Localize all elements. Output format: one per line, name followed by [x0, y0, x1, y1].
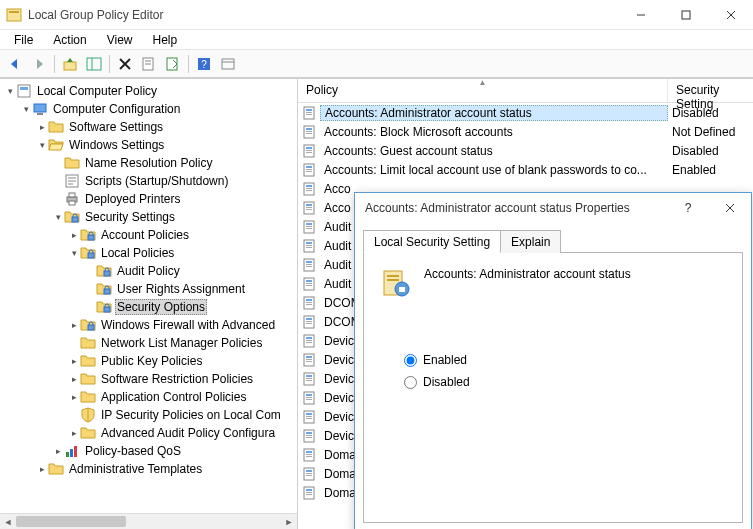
tree-advanced-audit[interactable]: ▸Advanced Audit Policy Configura — [0, 424, 297, 442]
svg-rect-38 — [306, 109, 312, 111]
list-row[interactable]: Accounts: Administrator account statusDi… — [298, 103, 753, 122]
export-button[interactable] — [162, 53, 184, 75]
tree-user-rights[interactable]: ▸User Rights Assignment — [0, 280, 297, 298]
tree-security-settings[interactable]: ▾Security Settings — [0, 208, 297, 226]
tab-explain[interactable]: Explain — [500, 230, 561, 253]
expand-caret-icon[interactable]: ▸ — [68, 230, 80, 240]
expand-caret-icon[interactable]: ▾ — [68, 248, 80, 258]
delete-button[interactable] — [114, 53, 136, 75]
expand-caret-icon[interactable]: ▾ — [36, 140, 48, 150]
tree-account-policies[interactable]: ▸Account Policies — [0, 226, 297, 244]
cell-setting: Enabled — [668, 163, 753, 177]
expand-caret-icon[interactable]: ▾ — [52, 212, 64, 222]
svg-rect-7 — [87, 58, 101, 70]
menu-file[interactable]: File — [4, 31, 43, 49]
menu-action[interactable]: Action — [43, 31, 96, 49]
dialog-tabs: Local Security Setting Explain — [363, 229, 743, 253]
svg-rect-74 — [306, 280, 312, 282]
radio-disabled[interactable]: Disabled — [404, 371, 726, 393]
folder-icon — [64, 173, 80, 189]
tree-computer-configuration[interactable]: ▾Computer Configuration — [0, 100, 297, 118]
policy-item-icon — [302, 124, 318, 140]
svg-rect-14 — [167, 58, 177, 70]
folder-icon — [80, 407, 96, 423]
dialog-close-button[interactable] — [709, 193, 751, 223]
menu-help[interactable]: Help — [143, 31, 188, 49]
list-row[interactable]: Accounts: Block Microsoft accountsNot De… — [298, 122, 753, 141]
policy-item-icon — [302, 162, 318, 178]
radio-disabled-input[interactable] — [404, 376, 417, 389]
tree-scripts[interactable]: ▸Scripts (Startup/Shutdown) — [0, 172, 297, 190]
col-header-policy-label: Policy — [306, 83, 338, 97]
tree-ip-security[interactable]: ▸IP Security Policies on Local Com — [0, 406, 297, 424]
tree-policy-qos[interactable]: ▸Policy-based QoS — [0, 442, 297, 460]
tree-deployed-printers[interactable]: ▸Deployed Printers — [0, 190, 297, 208]
tree-network-list-manager[interactable]: ▸Network List Manager Policies — [0, 334, 297, 352]
show-hide-tree-button[interactable] — [83, 53, 105, 75]
policy-item-icon — [302, 371, 318, 387]
svg-rect-94 — [306, 375, 312, 377]
menu-view[interactable]: View — [97, 31, 143, 49]
svg-rect-56 — [306, 190, 312, 191]
minimize-button[interactable] — [618, 0, 663, 30]
window-title: Local Group Policy Editor — [28, 8, 163, 22]
sort-indicator-icon: ▲ — [479, 79, 487, 87]
tree-ip-security-label: IP Security Policies on Local Com — [99, 408, 283, 422]
tree-local-policies[interactable]: ▾Local Policies — [0, 244, 297, 262]
expand-caret-icon[interactable]: ▸ — [36, 464, 48, 474]
svg-rect-67 — [306, 245, 312, 246]
svg-rect-40 — [306, 114, 312, 115]
up-button[interactable] — [59, 53, 81, 75]
policy-item-icon — [302, 352, 318, 368]
svg-rect-91 — [306, 359, 312, 360]
forward-button[interactable] — [28, 53, 50, 75]
svg-rect-35 — [70, 449, 73, 457]
properties-button[interactable] — [138, 53, 160, 75]
expand-caret-icon[interactable]: ▾ — [4, 86, 16, 96]
tree-admin-templates[interactable]: ▸Administrative Templates — [0, 460, 297, 478]
list-row[interactable]: Accounts: Limit local account use of bla… — [298, 160, 753, 179]
col-header-policy[interactable]: ▲ Policy — [298, 79, 668, 102]
expand-caret-icon[interactable]: ▸ — [68, 428, 80, 438]
svg-rect-116 — [306, 475, 312, 476]
svg-rect-125 — [387, 279, 399, 281]
expand-caret-icon[interactable]: ▸ — [52, 446, 64, 456]
tree-security-options[interactable]: ▸Security Options — [0, 298, 297, 316]
expand-caret-icon[interactable]: ▸ — [68, 392, 80, 402]
expand-caret-icon[interactable]: ▸ — [68, 374, 80, 384]
tree-audit-policy[interactable]: ▸Audit Policy — [0, 262, 297, 280]
radio-enabled-input[interactable] — [404, 354, 417, 367]
expand-caret-icon[interactable]: ▾ — [20, 104, 32, 114]
tree-application-control[interactable]: ▸Application Control Policies — [0, 388, 297, 406]
folder-icon — [64, 191, 80, 207]
list-row[interactable]: Accounts: Guest account statusDisabled — [298, 141, 753, 160]
tree-hscrollbar[interactable]: ◄ ► — [0, 513, 297, 529]
close-button[interactable] — [708, 0, 753, 30]
tree-software-restriction[interactable]: ▸Software Restriction Policies — [0, 370, 297, 388]
svg-rect-21 — [34, 104, 46, 112]
tree-windows-settings[interactable]: ▾Windows Settings — [0, 136, 297, 154]
back-button[interactable] — [4, 53, 26, 75]
tab-local-security-setting[interactable]: Local Security Setting — [363, 230, 501, 253]
col-header-setting[interactable]: Security Setting — [668, 79, 753, 102]
folder-icon — [16, 83, 32, 99]
maximize-button[interactable] — [663, 0, 708, 30]
help-button[interactable]: ? — [193, 53, 215, 75]
expand-caret-icon[interactable]: ▸ — [68, 320, 80, 330]
svg-rect-76 — [306, 285, 312, 286]
radio-enabled[interactable]: Enabled — [404, 349, 726, 371]
tree-computer-configuration-label: Computer Configuration — [51, 102, 182, 116]
tree-software-settings[interactable]: ▸Software Settings — [0, 118, 297, 136]
dialog-help-button[interactable]: ? — [667, 193, 709, 223]
tree-windows-firewall[interactable]: ▸Windows Firewall with Advanced — [0, 316, 297, 334]
expand-caret-icon[interactable]: ▸ — [36, 122, 48, 132]
svg-rect-90 — [306, 356, 312, 358]
tree-name-resolution[interactable]: ▸Name Resolution Policy — [0, 154, 297, 172]
tree-public-key[interactable]: ▸Public Key Policies — [0, 352, 297, 370]
svg-rect-92 — [306, 361, 312, 362]
properties-dialog: Accounts: Administrator account status P… — [354, 192, 752, 529]
expand-caret-icon[interactable]: ▸ — [68, 356, 80, 366]
tree-root[interactable]: ▾Local Computer Policy — [0, 82, 297, 100]
filter-button[interactable] — [217, 53, 239, 75]
tree-windows-settings-label: Windows Settings — [67, 138, 166, 152]
